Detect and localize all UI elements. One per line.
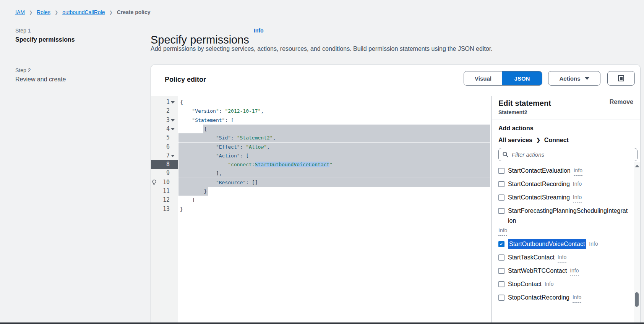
list-scrollbar [634,162,640,323]
breadcrumb: IAMRolesoutboundCallRoleCreate policy [15,9,151,15]
visual-tab-button[interactable]: Visual [464,71,502,85]
code-line[interactable]: ], [178,169,491,178]
code-line[interactable]: "Action": [ [178,151,491,160]
code-line[interactable]: "Effect": "Allow", [178,143,491,151]
breadcrumb-link[interactable]: outboundCallRole [62,9,105,15]
action-label[interactable]: StartContactEvaluation [508,166,571,176]
action-checkbox[interactable] [498,281,504,287]
remove-statement-button[interactable]: Remove [610,99,633,105]
action-checkbox[interactable] [498,194,504,201]
code-text: } [178,205,491,214]
all-services-link[interactable]: All services [498,136,532,144]
actions-list: StartContactEvaluationInfoStartContactRe… [498,166,638,303]
code-line[interactable]: "Version": "2012-10-17", [178,107,491,115]
action-checkbox[interactable] [498,254,504,261]
edit-statement-title: Edit statement [498,99,551,108]
scroll-up-arrow[interactable] [635,165,639,167]
line-number: 7 [151,151,170,160]
steps-divider [15,57,127,57]
expand-panel-button[interactable] [607,71,635,86]
code-text: "Action": [ [178,151,491,160]
step-title[interactable]: Review and create [15,76,127,83]
action-info-link[interactable]: Info [574,166,582,176]
fold-arrow-icon[interactable] [171,101,175,104]
action-row: StartForecastingPlanningSchedulingIntegr… [498,206,628,236]
action-label[interactable]: StartContactStreaming [508,193,570,202]
code-token: "Version" [192,108,219,114]
action-info-link[interactable]: Info [498,226,507,236]
fold-arrow-icon[interactable] [171,119,175,122]
json-tab-button[interactable]: JSON [502,71,542,85]
chevron-down-icon [585,77,589,80]
step-title[interactable]: Specify permissions [15,36,127,43]
code-line[interactable]: { [178,98,491,107]
policy-editor-card: Policy editor Visual JSON Actions 123456… [151,64,641,324]
page-info-link[interactable]: Info [254,28,264,34]
step-label: Step 2 [15,67,127,73]
action-label[interactable]: StopContactRecording [508,293,569,303]
gutter-line: 6 [151,143,178,151]
gutter-line: 3 [151,116,178,125]
code-line[interactable]: "Statement": [ [178,116,491,125]
breadcrumb-link[interactable]: IAM [15,9,25,15]
action-checkbox[interactable] [498,181,504,187]
actions-dropdown-button[interactable]: Actions [548,71,600,86]
action-info-link[interactable]: Info [573,179,582,189]
code-text: "Version": "2012-10-17", [178,107,491,115]
code-line[interactable]: } [178,205,491,214]
filter-actions-input[interactable] [511,151,633,158]
code-token: "Effect" [216,144,240,150]
code-text: ], [178,169,491,178]
action-checkbox[interactable] [498,241,504,247]
current-service-label: Connect [544,136,569,144]
action-checkbox[interactable] [498,168,504,174]
line-number: 8 [151,160,170,169]
breadcrumb-separator-icon [109,10,112,15]
action-row: StartContactRecordingInfo [498,179,628,189]
code-token: "Allow" [246,144,267,150]
action-label[interactable]: StartForecastingPlanningSchedulingIntegr… [508,206,628,226]
edit-statement-header: Edit statement Remove [498,99,633,108]
code-line[interactable]: ] [178,196,491,204]
code-token: , [261,108,264,114]
code-token: " [329,162,333,167]
action-label[interactable]: StartTaskContact [508,253,555,262]
code-token: { [180,99,183,105]
breadcrumb-current: Create policy [117,9,151,15]
code-line[interactable]: } [178,187,491,196]
action-info-link[interactable]: Info [573,193,582,202]
action-row: StartOutboundVoiceContactInfo [498,239,628,249]
code-text: ] [178,196,491,204]
service-path: All services Connect [498,136,638,144]
code-line[interactable]: "Resource": [] [178,178,491,187]
line-number: 11 [151,187,170,196]
breadcrumb-link[interactable]: Roles [37,9,50,15]
action-info-link[interactable]: Info [558,253,566,262]
editor-gutter: 12345678910111213 [151,96,178,324]
action-info-link[interactable]: Info [545,279,553,289]
action-checkbox[interactable] [498,268,504,274]
code-line[interactable]: { [178,125,491,133]
gutter-line: 4 [151,125,178,133]
action-checkbox[interactable] [498,295,504,301]
action-info-link[interactable]: Info [589,239,598,249]
json-editor[interactable]: 12345678910111213 { "Version": "2012-10-… [151,96,491,324]
gutter-line: 13 [151,205,178,214]
action-label[interactable]: StartOutboundVoiceContact [508,239,586,249]
code-line[interactable]: "connect:StartOutboundVoiceContact" [178,160,491,169]
action-info-link[interactable]: Info [570,266,579,276]
action-main: StartContactEvaluation [498,166,571,176]
action-label[interactable]: StopContact [508,279,542,289]
policy-editor-header: Policy editor Visual JSON Actions [151,65,640,96]
action-label[interactable]: StartContactRecording [508,179,570,189]
scrollbar-thumb[interactable] [635,292,639,307]
breadcrumb-separator-icon [55,10,58,15]
action-label[interactable]: StartWebRTCContact [508,266,567,276]
fold-arrow-icon[interactable] [171,128,175,130]
action-info-link[interactable]: Info [573,293,581,303]
policy-editor-title: Policy editor [165,76,206,84]
fold-arrow-icon[interactable] [171,155,175,157]
action-checkbox[interactable] [498,208,504,214]
code-text: "Resource": [] [178,178,491,187]
code-line[interactable]: "Sid": "Statement2", [178,133,491,142]
